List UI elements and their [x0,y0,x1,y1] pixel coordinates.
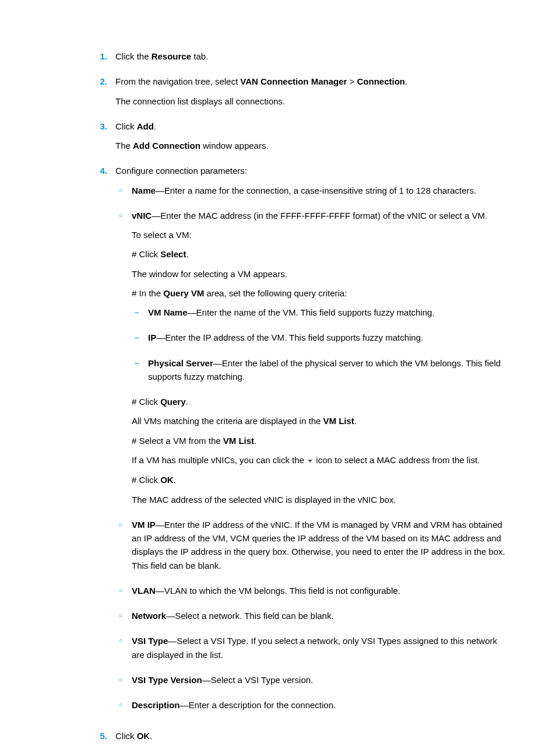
bullet-circle: ○ [115,634,126,667]
step: 2.From the navigation tree, select VAN C… [93,75,506,114]
text-line: Click Add. [115,120,506,133]
text-line: IP—Enter the IP address of the VM. This … [148,331,506,344]
step-number: 2. [93,75,107,114]
text-line: The Add Connection window appears. [115,139,506,152]
step-body: From the navigation tree, select VAN Con… [115,75,506,114]
dash-body: IP—Enter the IP address of the VM. This … [148,331,506,350]
text-line: # Click OK. [132,473,506,487]
text-line: VSI Type—Select a VSI Type. If you selec… [132,634,506,662]
text-line: Name—Enter a name for the connection, a … [132,184,506,197]
bullet-dash: − [132,356,142,390]
bullet-circle: ○ [115,184,126,203]
dash-item: −Physical Server—Enter the label of the … [132,356,506,390]
sub-body: vNIC—Enter the MAC address (in the FFFF-… [132,209,506,512]
sub-item: ○Description—Enter a description for the… [115,698,506,718]
bullet-circle: ○ [115,673,126,692]
bullet-circle: ○ [115,609,126,628]
text-line: Configure connection parameters: [115,164,506,177]
text-line: The window for selecting a VM appears. [132,267,506,281]
bullet-circle: ○ [115,584,126,603]
dropdown-icon [307,454,314,467]
bullet-circle: ○ [115,209,126,512]
sub-item: ○VSI Type—Select a VSI Type. If you sele… [115,634,506,667]
sub-item: ○vNIC—Enter the MAC address (in the FFFF… [115,209,506,512]
text-line: Click OK. [115,729,506,743]
sub-item: ○Network—Select a network. This field ca… [115,609,506,628]
sub-body: Network—Select a network. This field can… [132,609,506,628]
text-line: VLAN—VLAN to which the VM belongs. This … [132,584,506,597]
text-line: # Click Query. [132,395,506,408]
dash-item: −VM Name—Enter the name of the VM. This … [132,306,506,325]
text-line: # In the Query VM area, set the followin… [132,286,506,300]
step-body: Configure connection parameters:○Name—En… [115,164,506,723]
text-line: If a VM has multiple vNICs, you can clic… [132,453,506,468]
text-line: To select a VM: [132,228,506,242]
dash-item: −IP—Enter the IP address of the VM. This… [132,331,506,350]
sub-body: Name—Enter a name for the connection, a … [132,184,506,203]
sub-body: VM IP—Enter the IP address of the vNIC. … [132,518,506,578]
step: 1.Click the Resource tab. [93,50,506,69]
text-line: Network—Select a network. This field can… [132,609,506,622]
text-line: VM Name—Enter the name of the VM. This f… [148,306,506,319]
bullet-circle: ○ [115,698,126,718]
text-line: From the navigation tree, select VAN Con… [115,75,506,88]
step-number: 3. [93,120,107,159]
text-line: VM IP—Enter the IP address of the vNIC. … [132,518,506,572]
step-number: 1. [93,50,107,69]
text-line: # Click Select. [132,247,506,261]
text-line: Click the Resource tab. [115,50,506,63]
text-line: The connection list displays all connect… [115,94,506,108]
step-body: Click OK. [115,729,506,748]
bullet-circle: ○ [115,518,126,578]
step: 3.Click Add.The Add Connection window ap… [93,120,506,159]
sub-body: Description—Enter a description for the … [132,698,506,718]
text-line: # Select a VM from the VM List. [132,434,506,447]
dash-body: VM Name—Enter the name of the VM. This f… [148,306,506,325]
text-line: vNIC—Enter the MAC address (in the FFFF-… [132,209,506,222]
text-line: All VMs matching the criteria are displa… [132,414,506,428]
text-line: Physical Server—Enter the label of the p… [148,356,506,384]
bullet-dash: − [132,331,142,350]
sub-item: ○VSI Type Version—Select a VSI Type vers… [115,673,506,692]
procedure-list-1: 1.Click the Resource tab.2.From the navi… [93,50,506,749]
step: 4.Configure connection parameters:○Name—… [93,164,506,723]
sub-item: ○VLAN—VLAN to which the VM belongs. This… [115,584,506,603]
sub-body: VSI Type Version—Select a VSI Type versi… [132,673,506,692]
step-body: Click the Resource tab. [115,50,506,69]
text-line: The MAC address of the selected vNIC is … [132,493,506,506]
bullet-dash: − [132,306,142,325]
step-number: 5. [93,729,107,748]
svg-marker-0 [308,460,312,463]
sub-body: VLAN—VLAN to which the VM belongs. This … [132,584,506,603]
sub-item: ○VM IP—Enter the IP address of the vNIC.… [115,518,506,578]
dash-body: Physical Server—Enter the label of the p… [148,356,506,390]
text-line: VSI Type Version—Select a VSI Type versi… [132,673,506,687]
step: 5.Click OK. [93,729,506,748]
sub-body: VSI Type—Select a VSI Type. If you selec… [132,634,506,667]
step-number: 4. [93,164,107,723]
text-line: Description—Enter a description for the … [132,698,506,712]
step-body: Click Add.The Add Connection window appe… [115,120,506,159]
sub-item: ○Name—Enter a name for the connection, a… [115,184,506,203]
